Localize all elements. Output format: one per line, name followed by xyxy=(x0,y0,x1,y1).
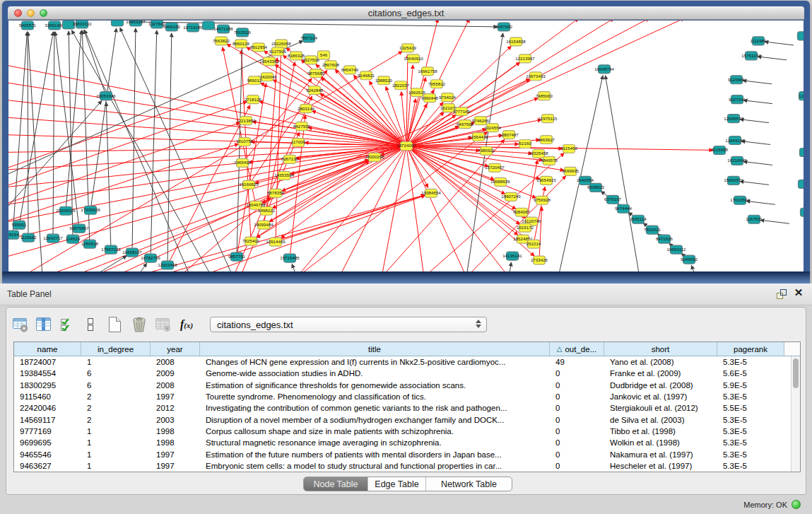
table-vertical-scrollbar[interactable] xyxy=(791,356,800,472)
table-cell[interactable]: 0 xyxy=(550,450,604,459)
table-cell[interactable]: Tibbo et al. (1998) xyxy=(604,427,717,436)
table-cell[interactable]: 6 xyxy=(81,381,151,390)
table-cell[interactable]: 0 xyxy=(550,392,604,401)
table-row[interactable]: 946362711997Embryonic stem cells: a mode… xyxy=(14,460,800,472)
table-cell[interactable]: 1998 xyxy=(151,427,200,436)
table-cell[interactable]: 19384554 xyxy=(14,369,81,378)
table-cell[interactable]: Tourette syndrome. Phenomenology and cla… xyxy=(200,392,550,401)
network-node[interactable] xyxy=(798,32,804,40)
network-node[interactable] xyxy=(112,21,124,26)
table-row[interactable]: 1830029562008Estimation of significance … xyxy=(14,380,800,391)
edit-columns-icon[interactable] xyxy=(59,315,76,334)
table-cell[interactable]: 14569117 xyxy=(14,416,81,424)
column-header-name[interactable]: name xyxy=(14,342,81,356)
table-cell[interactable]: 9699695 xyxy=(14,438,81,447)
table-cell[interactable]: 5.6E-5 xyxy=(717,369,784,378)
table-cell[interactable]: 1 xyxy=(81,427,151,436)
table-cell[interactable]: 2 xyxy=(81,404,151,412)
select-columns-icon[interactable] xyxy=(35,315,52,334)
column-header-year[interactable]: year xyxy=(151,342,200,356)
table-cell[interactable]: Changes of HCN gene expression and I(f) … xyxy=(200,358,550,366)
delete-table-icon[interactable] xyxy=(130,315,148,334)
scrollbar-thumb[interactable] xyxy=(793,358,799,388)
table-row[interactable]: 1872400712008Changes of HCN gene express… xyxy=(14,356,800,368)
table-cell[interactable]: 2008 xyxy=(151,381,200,390)
table-cell[interactable]: Stergiakouli et al. (2012) xyxy=(604,404,717,412)
table-cell[interactable]: 1998 xyxy=(151,438,200,447)
table-cell[interactable]: 5.9E-5 xyxy=(717,381,784,390)
close-panel-icon[interactable]: ✕ xyxy=(792,286,805,299)
table-cell[interactable]: Investigating the contribution of common… xyxy=(200,404,550,412)
network-node[interactable] xyxy=(799,180,804,188)
table-cell[interactable]: 2012 xyxy=(151,404,200,412)
table-cell[interactable]: Jankovic et al. (1997) xyxy=(604,392,717,401)
network-window-titlebar[interactable]: citations_edges.txt xyxy=(8,6,804,20)
network-canvas[interactable]: 1872400776638228660124891295420226058912… xyxy=(8,21,804,271)
table-row[interactable]: 977716911998Corpus callosum shape and si… xyxy=(14,426,800,437)
table-cell[interactable]: 5.5E-5 xyxy=(717,404,784,412)
table-cell[interactable]: 9115460 xyxy=(14,392,81,401)
table-select-dropdown[interactable]: citations_edges.txt xyxy=(210,317,487,332)
table-row[interactable]: 2242004622012Investigating the contribut… xyxy=(14,402,800,414)
row-options-icon[interactable] xyxy=(82,315,99,334)
table-cell[interactable]: Structural magnetic resonance image aver… xyxy=(200,438,550,447)
column-header-pagerank[interactable]: pagerank xyxy=(717,342,784,356)
table-row[interactable]: 946554611997Estimation of the future num… xyxy=(14,448,800,460)
table-cell[interactable]: 9463627 xyxy=(14,462,81,470)
table-row[interactable]: 1456911722003Disruption of a novel membe… xyxy=(14,414,800,425)
table-cell[interactable]: Hescheler et al. (1997) xyxy=(604,462,717,470)
table-cell[interactable]: 22420046 xyxy=(14,404,81,412)
network-node[interactable] xyxy=(203,21,215,30)
table-cell[interactable]: 0 xyxy=(550,381,604,390)
table-cell[interactable]: 0 xyxy=(550,404,604,412)
network-node[interactable] xyxy=(800,148,804,156)
tab-node-table[interactable]: Node Table xyxy=(304,477,367,491)
table-cell[interactable]: Dudbridge et al. (2008) xyxy=(604,381,717,390)
tab-edge-table[interactable]: Edge Table xyxy=(367,477,425,491)
table-cell[interactable]: 2009 xyxy=(151,369,200,378)
table-cell[interactable]: Disruption of a novel member of a sodium… xyxy=(200,416,550,424)
table-cell[interactable]: 0 xyxy=(550,462,604,470)
table-cell[interactable]: 18724007 xyxy=(14,358,81,366)
table-cell[interactable]: Embryonic stem cells: a model to study s… xyxy=(200,462,550,470)
table-cell[interactable]: 1 xyxy=(81,438,151,447)
tab-network-table[interactable]: Network Table xyxy=(425,477,512,491)
table-cell[interactable]: 2 xyxy=(81,416,151,424)
table-cell[interactable]: Yano et al. (2008) xyxy=(604,358,717,366)
table-cell[interactable]: Genome-wide association studies in ADHD. xyxy=(200,369,550,378)
table-cell[interactable]: 5.3E-5 xyxy=(717,427,784,436)
table-cell[interactable]: 1997 xyxy=(151,392,200,401)
column-header-short[interactable]: short xyxy=(604,342,717,356)
table-cell[interactable]: 0 xyxy=(550,438,604,447)
table-cell[interactable]: 0 xyxy=(550,427,604,436)
table-cell[interactable]: 9777169 xyxy=(14,427,81,436)
table-settings-icon[interactable] xyxy=(12,315,29,334)
table-cell[interactable]: 1997 xyxy=(151,462,200,470)
function-builder-icon[interactable]: f(x) xyxy=(178,315,195,334)
table-cell[interactable]: 9465546 xyxy=(14,450,81,459)
table-cell[interactable]: 1997 xyxy=(151,450,200,459)
table-row[interactable]: 911546021997Tourette syndrome. Phenomeno… xyxy=(14,391,800,402)
table-cell[interactable]: 2003 xyxy=(151,416,200,424)
table-cell[interactable]: 5.3E-5 xyxy=(717,450,784,459)
table-cell[interactable]: 5.3E-5 xyxy=(717,438,784,447)
column-header-out-de-[interactable]: △out_de... xyxy=(550,342,604,356)
float-panel-icon[interactable] xyxy=(775,288,788,300)
table-cell[interactable]: 18300295 xyxy=(14,381,81,390)
table-cell[interactable]: 5.3E-5 xyxy=(717,358,784,366)
table-cell[interactable]: Nakamura et al. (1997) xyxy=(604,450,717,459)
table-cell[interactable]: Corpus callosum shape and size in male p… xyxy=(200,427,550,436)
table-cell[interactable]: Estimation of the future numbers of pati… xyxy=(200,450,550,459)
table-cell[interactable]: 1 xyxy=(81,450,151,459)
table-row[interactable]: 969969511998Structural magnetic resonanc… xyxy=(14,437,800,448)
table-cell[interactable]: 5.3E-5 xyxy=(717,392,784,401)
table-cell[interactable]: Franke et al. (2009) xyxy=(604,369,717,378)
column-header-title[interactable]: title xyxy=(200,342,550,356)
table-cell[interactable]: 5.3E-5 xyxy=(717,462,784,470)
table-row[interactable]: 1938455462009Genome-wide association stu… xyxy=(14,368,800,379)
table-cell[interactable]: 2008 xyxy=(151,358,200,366)
new-table-icon[interactable] xyxy=(105,315,124,334)
table-cell[interactable]: 0 xyxy=(550,369,604,378)
table-cell[interactable]: 1 xyxy=(81,462,151,470)
table-cell[interactable]: 6 xyxy=(81,369,151,378)
